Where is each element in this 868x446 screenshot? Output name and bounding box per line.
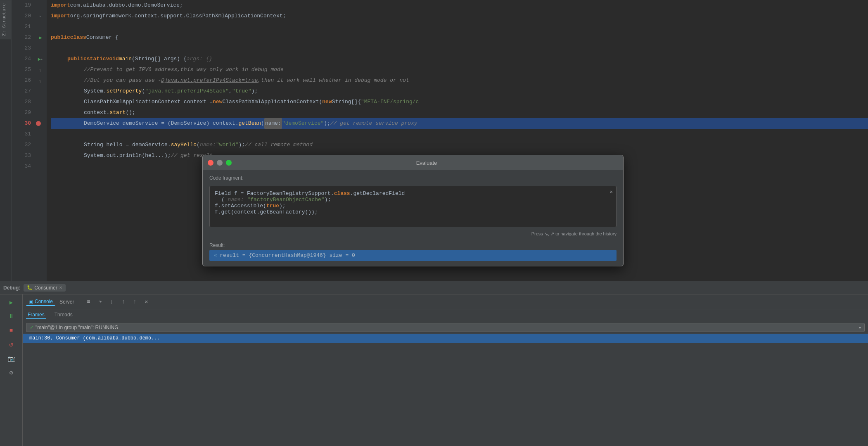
token: name: (264, 118, 282, 129)
run-arrow-24[interactable]: ▶ (38, 56, 41, 62)
token: new (213, 97, 222, 107)
token: ); (164, 150, 171, 161)
run-cursor-btn[interactable]: ↑ (130, 297, 140, 307)
marker-30 (34, 118, 47, 129)
step-over-btn[interactable]: ↷ (95, 297, 105, 307)
result-value: result = {ConcurrentHashMap@1946} size =… (220, 252, 355, 259)
marker-34 (34, 161, 47, 172)
result-icon: ∞ (214, 253, 217, 259)
fold-icon-26[interactable]: ╗ (39, 78, 42, 83)
marker-23 (34, 43, 47, 54)
line-num-23: 23 (12, 43, 31, 54)
token: ); (325, 197, 331, 203)
thread-dropdown-arrow: ▾ (859, 325, 861, 330)
dialog-body: Code fragment: ✕ Field f = FactoryBeanRe… (203, 170, 623, 266)
token: (); (126, 107, 135, 118)
code-line-31 (51, 129, 868, 140)
token: org.springframework.context.support.Clas… (70, 11, 286, 21)
token: String[]{ (332, 97, 361, 107)
code-fragment-line2: ( name: "factoryBeanObjectCache"); (215, 197, 611, 203)
code-line-25: //Prevent to get IPV6 address,this way o… (51, 64, 868, 75)
code-editor: Z: Structure 19 20 21 22 23 24 25 26 27 … (0, 0, 868, 281)
traffic-light-yellow[interactable] (217, 160, 223, 166)
stop-button[interactable]: ■ (7, 326, 16, 335)
evaluate-expr-btn[interactable]: ✕ (141, 297, 151, 307)
token: "world" (216, 140, 239, 150)
result-row[interactable]: ∞ result = {ConcurrentHashMap@1946} size… (209, 250, 617, 261)
line-markers: ▸ ▶ ▶▸ ╗ ╗ (34, 0, 47, 281)
structure-panel[interactable]: Z: Structure (0, 0, 12, 281)
pause-button[interactable]: ⏸ (7, 312, 16, 321)
resume-button[interactable]: ▶ (7, 298, 16, 307)
fold-icon-20[interactable]: ▸ (39, 14, 42, 19)
token: class (334, 190, 350, 197)
debug-tab-close[interactable]: ✕ (59, 285, 62, 290)
console-label: Console (35, 299, 53, 304)
token: f.get(context.getBeanFactory()); (215, 209, 318, 215)
debug-main: ▣ Console Server ≡ ↷ ↓ ↑ ↑ ✕ Frames Thre… (23, 294, 868, 446)
marker-25: ╗ (34, 64, 47, 75)
token: name: (200, 140, 216, 150)
token: ClassPathXmlApplicationContext( (222, 97, 322, 107)
marker-24: ▶▸ (34, 54, 47, 64)
run-arrow-22[interactable]: ▶ (39, 35, 42, 41)
code-line-24: public static void main(String[] args) {… (51, 54, 868, 64)
code-line-27: System.setProperty("java.net.preferIPv4S… (51, 86, 868, 97)
line-num-29: 29 (12, 107, 31, 118)
server-tab-btn[interactable]: Server (57, 298, 76, 306)
marker-26: ╗ (34, 75, 47, 86)
fold-icon-24[interactable]: ▸ (41, 57, 43, 62)
step-into-btn[interactable]: ↓ (107, 297, 116, 307)
debug-tab-consumer[interactable]: 🐛 Consumer ✕ (24, 284, 65, 292)
rerun-button[interactable]: ↺ (7, 340, 16, 349)
line-num-19: 19 (12, 0, 31, 11)
line-num-26: 26 (12, 75, 31, 86)
console-tab-btn[interactable]: ▣ Console (26, 298, 55, 306)
debug-header: Debug: 🐛 Consumer ✕ (0, 281, 868, 294)
token: .getDeclaredField (350, 190, 405, 197)
line-numbers: 19 20 21 22 23 24 25 26 27 28 29 30 31 3… (12, 0, 34, 281)
token: System. (84, 86, 107, 97)
token: ( (197, 140, 200, 150)
token: main (119, 54, 132, 64)
step-out-btn[interactable]: ↑ (118, 297, 128, 307)
token: "META-INF/spring/c (361, 97, 419, 107)
token: static (87, 54, 106, 64)
server-label: Server (59, 299, 74, 305)
code-fragment-box[interactable]: ✕ Field f = FactoryBeanRegistrySupport.c… (209, 186, 617, 227)
result-section: Result: ∞ result = {ConcurrentHashMap@19… (209, 242, 617, 261)
camera-button[interactable]: 📷 (7, 354, 16, 363)
marker-22: ▶ (34, 32, 47, 43)
line-num-25: 25 (12, 64, 31, 75)
token: args: {} (187, 54, 212, 64)
fragment-close-btn[interactable]: ✕ (610, 189, 613, 195)
marker-32 (34, 140, 47, 150)
threads-tab[interactable]: Threads (53, 311, 74, 319)
console-icon: ▣ (28, 299, 33, 304)
code-line-20: import org.springframework.context.suppo… (51, 11, 868, 21)
debug-panel: Debug: 🐛 Consumer ✕ ▶ ⏸ ■ ↺ 📷 ⚙ ▣ Consol… (0, 281, 868, 446)
debug-left-icons: ▶ ⏸ ■ ↺ 📷 ⚙ (0, 294, 23, 446)
code-line-32: String hello = demoService.sayHello( nam… (51, 140, 868, 150)
marker-20: ▸ (34, 11, 47, 21)
token: ( (261, 118, 264, 129)
token: class (70, 32, 86, 43)
thread-selector[interactable]: ✓ "main"@1 in group "main": RUNNING ▾ (26, 323, 865, 332)
breakpoint-30[interactable] (36, 121, 41, 126)
token: // call remote method (245, 140, 313, 150)
token: "true" (232, 86, 251, 97)
traffic-light-red[interactable] (208, 160, 213, 166)
evaluate-dialog: Evaluate Code fragment: ✕ Field f = Fact… (202, 155, 624, 266)
structure-tab[interactable]: Z: Structure (0, 0, 11, 39)
frames-tab[interactable]: Frames (26, 311, 46, 319)
line-num-22: 22 (12, 32, 31, 43)
stack-frame-row[interactable]: main:30, Consumer (com.alibaba.dubbo.dem… (23, 334, 868, 343)
stack-frame-text: main:30, Consumer (com.alibaba.dubbo.dem… (29, 335, 160, 341)
settings-button[interactable]: ⚙ (7, 368, 16, 377)
fold-icon-25[interactable]: ╗ (39, 68, 42, 72)
token: String hello = demoService. (84, 140, 171, 150)
token: name: (228, 197, 247, 203)
menu-btn[interactable]: ≡ (83, 297, 93, 307)
traffic-light-green[interactable] (226, 160, 232, 166)
marker-21 (34, 21, 47, 32)
